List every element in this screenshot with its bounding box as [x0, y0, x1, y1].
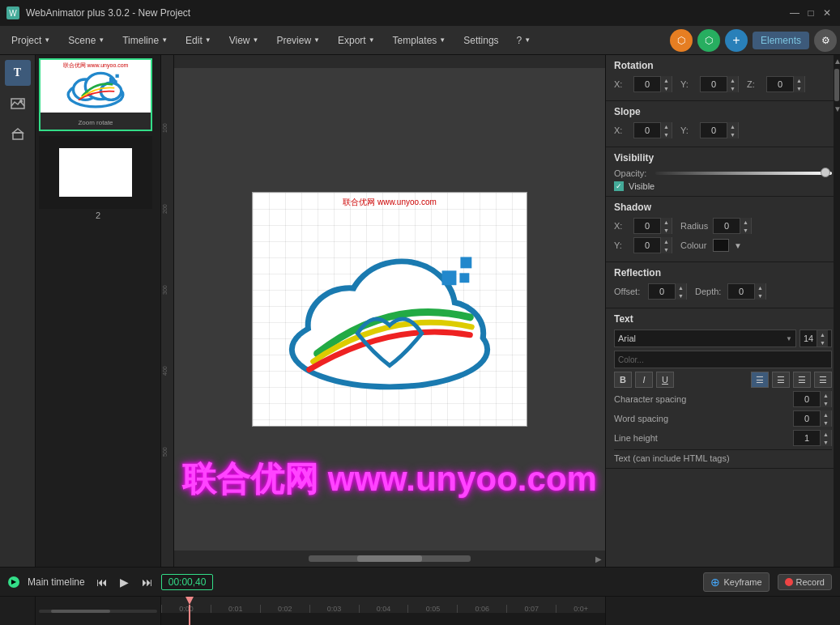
font-size-spinners[interactable]: ▲ ▼ — [817, 330, 828, 347]
shadow-radius-value[interactable] — [714, 221, 740, 231]
slope-y-value[interactable] — [701, 125, 727, 135]
text-color-row[interactable]: Color... — [614, 351, 832, 368]
align-justify-button[interactable]: ☰ — [814, 372, 832, 388]
window-controls[interactable]: — □ ✕ — [788, 6, 834, 19]
rotation-y-spinners[interactable]: ▲ ▼ — [727, 76, 738, 92]
word-spacing-value[interactable] — [794, 414, 820, 423]
char-spacing-value[interactable] — [794, 394, 820, 404]
char-spacing-up[interactable]: ▲ — [820, 391, 831, 399]
shadow-y-value[interactable] — [634, 240, 660, 250]
rotation-z-input[interactable]: ▲ ▼ — [766, 76, 805, 92]
slide-thumb-1[interactable]: 联合优网 www.unyoo.com — [39, 58, 157, 131]
char-spacing-spinners[interactable]: ▲ ▼ — [820, 391, 831, 407]
toolbar-btn-add[interactable]: + — [725, 29, 748, 52]
shadow-y-up[interactable]: ▲ — [660, 237, 672, 245]
time-display[interactable]: 00:00,40 — [161, 574, 214, 590]
toolbar-btn-1[interactable]: ⬡ — [670, 29, 693, 52]
shadow-x-up[interactable]: ▲ — [660, 218, 672, 226]
reflection-offset-spinners[interactable]: ▲ ▼ — [675, 283, 686, 300]
rewind-button[interactable]: ⏮ — [93, 573, 111, 591]
close-button[interactable]: ✕ — [821, 6, 834, 19]
rotation-z-down[interactable]: ▼ — [793, 84, 804, 92]
rotation-x-down[interactable]: ▼ — [660, 84, 672, 92]
menu-help[interactable]: ? ▼ — [509, 32, 539, 49]
line-height-up[interactable]: ▲ — [820, 430, 831, 438]
bold-button[interactable]: B — [614, 372, 632, 388]
canvas-hscroll[interactable] — [309, 555, 471, 562]
reflection-depth-up[interactable]: ▲ — [754, 283, 765, 291]
tool-shape[interactable] — [5, 121, 31, 147]
italic-button[interactable]: I — [635, 372, 653, 388]
reflection-offset-down[interactable]: ▼ — [675, 291, 686, 300]
slope-x-value[interactable] — [634, 125, 660, 135]
shadow-radius-down[interactable]: ▼ — [740, 226, 751, 234]
canvas-right-arrow[interactable]: ▶ — [595, 555, 602, 563]
menu-edit[interactable]: Edit ▼ — [177, 32, 220, 49]
font-size-up[interactable]: ▲ — [817, 330, 828, 338]
reflection-depth-value[interactable] — [728, 287, 754, 296]
scroll-thumb[interactable] — [834, 69, 839, 101]
forward-button[interactable]: ⏭ — [139, 573, 156, 591]
reflection-depth-down[interactable]: ▼ — [754, 291, 765, 300]
char-spacing-down[interactable]: ▼ — [820, 399, 831, 407]
reflection-offset-up[interactable]: ▲ — [675, 283, 686, 291]
rotation-y-value[interactable] — [701, 79, 727, 89]
reflection-offset-input[interactable]: ▲ ▼ — [648, 283, 687, 300]
menu-settings[interactable]: Settings — [455, 32, 506, 49]
line-height-value[interactable] — [794, 433, 820, 443]
reflection-offset-value[interactable] — [649, 287, 675, 296]
word-spacing-down[interactable]: ▼ — [820, 419, 831, 427]
menu-preview[interactable]: Preview ▼ — [268, 32, 328, 49]
reflection-depth-spinners[interactable]: ▲ ▼ — [754, 283, 765, 300]
scroll-up-arrow[interactable]: ▲ — [834, 55, 840, 67]
shadow-radius-up[interactable]: ▲ — [740, 218, 751, 226]
canvas-content[interactable]: 联合优网 www.unyoo.com — [174, 68, 605, 567]
toolbar-btn-settings[interactable]: ⚙ — [814, 29, 837, 52]
rotation-z-spinners[interactable]: ▲ ▼ — [793, 76, 804, 92]
shadow-x-input[interactable]: ▲ ▼ — [633, 218, 672, 234]
keyframe-button[interactable]: ⊕ Keyframe — [703, 572, 769, 592]
shadow-x-spinners[interactable]: ▲ ▼ — [660, 218, 672, 234]
slide-thumb-2[interactable]: 2 — [39, 136, 157, 220]
line-height-input[interactable]: ▲ ▼ — [793, 430, 832, 446]
slope-x-down[interactable]: ▼ — [660, 130, 672, 138]
char-spacing-input[interactable]: ▲ ▼ — [793, 391, 832, 407]
menu-view[interactable]: View ▼ — [221, 32, 267, 49]
record-button[interactable]: Record — [778, 574, 832, 590]
menu-scene[interactable]: Scene ▼ — [60, 32, 113, 49]
shadow-y-spinners[interactable]: ▲ ▼ — [660, 237, 672, 253]
slope-x-input[interactable]: ▲ ▼ — [633, 122, 672, 138]
menu-timeline[interactable]: Timeline ▼ — [114, 32, 176, 49]
slope-y-input[interactable]: ▲ ▼ — [700, 122, 739, 138]
tool-text[interactable]: T — [5, 60, 31, 86]
word-spacing-spinners[interactable]: ▲ ▼ — [820, 410, 831, 427]
slope-y-spinners[interactable]: ▲ ▼ — [727, 122, 738, 138]
shadow-radius-input[interactable]: ▲ ▼ — [713, 218, 752, 234]
elements-button[interactable]: Elements — [753, 32, 809, 49]
shadow-y-input[interactable]: ▲ ▼ — [633, 237, 672, 253]
slope-y-up[interactable]: ▲ — [727, 122, 738, 130]
rotation-z-value[interactable] — [767, 79, 793, 89]
underline-button[interactable]: U — [656, 372, 674, 388]
maximize-button[interactable]: □ — [804, 6, 817, 19]
tool-image[interactable] — [5, 91, 31, 117]
rotation-y-input[interactable]: ▲ ▼ — [700, 76, 739, 92]
menu-project[interactable]: Project ▼ — [3, 32, 58, 49]
align-left-button[interactable]: ☰ — [751, 372, 769, 388]
slope-x-up[interactable]: ▲ — [660, 122, 672, 130]
slide-scroll-thumb[interactable] — [51, 610, 110, 613]
minimize-button[interactable]: — — [788, 6, 801, 19]
visible-checkbox[interactable]: ✓ — [614, 181, 624, 191]
rotation-x-input[interactable]: ▲ ▼ — [633, 76, 672, 92]
reflection-depth-input[interactable]: ▲ ▼ — [727, 283, 766, 300]
rotation-x-up[interactable]: ▲ — [660, 76, 672, 84]
playhead[interactable] — [185, 597, 194, 625]
shadow-colour-swatch[interactable] — [713, 239, 729, 252]
font-size-down[interactable]: ▼ — [817, 338, 828, 347]
align-right-button[interactable]: ☰ — [793, 372, 811, 388]
slide-scroll[interactable] — [39, 610, 157, 613]
slope-x-spinners[interactable]: ▲ ▼ — [660, 122, 672, 138]
word-spacing-up[interactable]: ▲ — [820, 410, 831, 419]
shadow-x-down[interactable]: ▼ — [660, 226, 672, 234]
slope-y-down[interactable]: ▼ — [727, 130, 738, 138]
